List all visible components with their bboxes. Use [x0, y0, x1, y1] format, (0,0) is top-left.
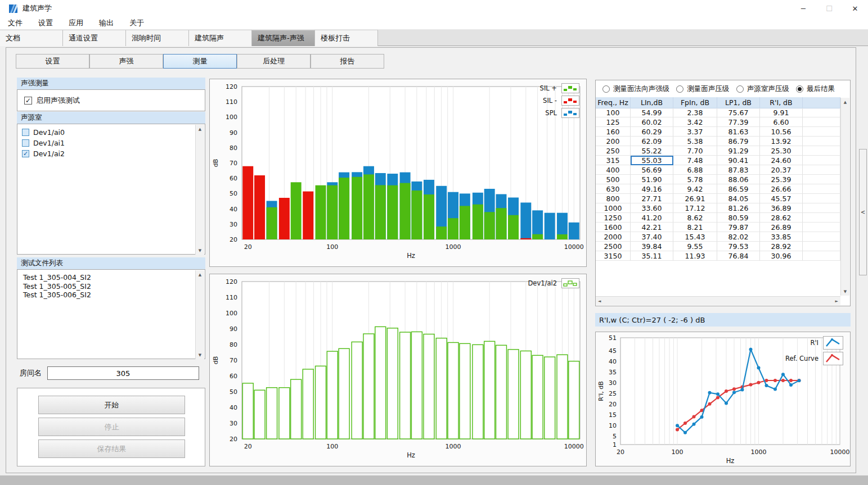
table-cell[interactable]: 49.16 [631, 184, 673, 194]
table-cell[interactable]: 35.11 [631, 251, 673, 261]
table-cell[interactable] [803, 184, 840, 194]
table-cell[interactable]: 33.60 [631, 203, 673, 213]
table-cell[interactable]: 26.66 [760, 184, 803, 194]
table-cell[interactable]: 400 [596, 165, 631, 175]
table-cell[interactable]: 5.78 [673, 175, 717, 184]
table-cell[interactable]: 6.88 [673, 165, 717, 175]
table-cell[interactable]: 80.59 [717, 213, 760, 223]
table-cell[interactable]: 91.29 [717, 146, 760, 156]
table-cell[interactable]: 3.37 [673, 127, 717, 137]
sub-tab-测量[interactable]: 测量 [163, 54, 237, 69]
table-cell[interactable]: 90.41 [717, 156, 760, 165]
table-cell[interactable]: 160 [596, 127, 631, 137]
table-cell[interactable]: 125 [596, 117, 631, 127]
table-cell[interactable]: 28.92 [760, 242, 803, 251]
table-cell[interactable] [803, 137, 840, 146]
table-cell[interactable]: 25.30 [760, 146, 803, 156]
table-cell[interactable]: 28.62 [760, 213, 803, 223]
table-cell[interactable]: 79.87 [717, 223, 760, 232]
table-cell[interactable]: 200 [596, 137, 631, 146]
table-cell[interactable]: 20.37 [760, 165, 803, 175]
table-cell[interactable] [803, 156, 840, 165]
menu-item-输出[interactable]: 输出 [91, 17, 122, 30]
table-vertical-scrollbar[interactable]: ▲ ▼ [840, 98, 849, 296]
sub-tab-声强[interactable]: 声强 [89, 54, 163, 69]
stop-button[interactable]: 停止 [38, 418, 185, 436]
table-header-cell[interactable] [803, 97, 840, 108]
table-cell[interactable]: 26.89 [760, 223, 803, 232]
table-cell[interactable]: 9.42 [673, 184, 717, 194]
table-cell[interactable] [803, 108, 840, 117]
table-cell[interactable]: 25.39 [760, 175, 803, 184]
table-horizontal-scrollbar[interactable]: ◄ ► [596, 296, 840, 305]
panel-collapse-handle[interactable]: < [859, 149, 867, 275]
radio-声源室声压级[interactable]: 声源室声压级 [736, 84, 789, 94]
table-cell[interactable]: 82.02 [717, 232, 760, 242]
table-cell[interactable]: 2000 [596, 232, 631, 242]
main-tab-通道设置[interactable]: 通道设置 [63, 30, 126, 46]
scroll-up-icon[interactable]: ▲ [196, 125, 204, 133]
channel-item-Dev1/ai2[interactable]: ✓Dev1/ai2 [17, 148, 195, 159]
menu-item-设置[interactable]: 设置 [30, 17, 61, 30]
table-cell[interactable]: 26.91 [673, 194, 717, 203]
maximize-button[interactable]: ☐ [816, 0, 842, 17]
table-cell[interactable]: 60.29 [631, 127, 673, 137]
table-header-cell[interactable]: Freq., Hz [596, 97, 631, 108]
sub-tab-报告[interactable]: 报告 [311, 54, 384, 69]
table-cell[interactable]: 630 [596, 184, 631, 194]
radio-测量面法向声强级[interactable]: 测量面法向声强级 [602, 84, 669, 94]
test-file-item[interactable]: Test 1_305-006_SI2 [17, 291, 195, 300]
table-cell[interactable]: 8.62 [673, 213, 717, 223]
sub-tab-后处理[interactable]: 后处理 [237, 54, 311, 69]
table-cell[interactable]: 54.99 [631, 108, 673, 117]
table-cell[interactable]: 86.59 [717, 184, 760, 194]
radio-最后结果[interactable]: 最后结果 [796, 84, 835, 94]
table-cell[interactable]: 15.43 [673, 232, 717, 242]
table-cell[interactable]: 36.89 [760, 203, 803, 213]
test-file-scrollbar[interactable]: ▲ ▼ [195, 270, 204, 359]
main-tab-文档[interactable]: 文档 [0, 30, 63, 46]
channel-list-scrollbar[interactable]: ▲ ▼ [195, 125, 204, 255]
menu-item-应用[interactable]: 应用 [61, 17, 91, 30]
table-cell[interactable]: 86.79 [717, 137, 760, 146]
room-name-input[interactable] [47, 366, 199, 380]
table-cell[interactable]: 17.12 [673, 203, 717, 213]
start-button[interactable]: 开始 [38, 396, 185, 414]
save-result-button[interactable]: 保存结果 [38, 439, 185, 458]
table-header-cell[interactable]: R'I, dB [760, 97, 803, 108]
table-cell[interactable]: 62.09 [631, 137, 673, 146]
table-cell[interactable]: 1250 [596, 213, 631, 223]
table-cell[interactable]: 8.21 [673, 223, 717, 232]
table-cell[interactable]: 55.03 [631, 156, 673, 165]
table-cell[interactable]: 2.38 [673, 108, 717, 117]
table-cell[interactable]: 10.56 [760, 127, 803, 137]
table-cell[interactable]: 60.02 [631, 117, 673, 127]
main-tab-建筑隔声[interactable]: 建筑隔声 [189, 30, 252, 46]
scroll-down-icon[interactable]: ▼ [196, 246, 204, 255]
table-cell[interactable]: 500 [596, 175, 631, 184]
table-cell[interactable]: 1000 [596, 203, 631, 213]
scroll-up-icon[interactable]: ▲ [841, 98, 849, 106]
main-tab-混响时间[interactable]: 混响时间 [126, 30, 189, 46]
table-cell[interactable]: 3150 [596, 251, 631, 261]
table-cell[interactable]: 1600 [596, 223, 631, 232]
table-cell[interactable]: 87.83 [717, 165, 760, 175]
table-cell[interactable]: 30.96 [760, 251, 803, 261]
table-cell[interactable]: 9.55 [673, 242, 717, 251]
table-cell[interactable] [803, 251, 840, 261]
table-cell[interactable] [803, 223, 840, 232]
table-cell[interactable]: 33.85 [760, 232, 803, 242]
menu-item-文件[interactable]: 文件 [0, 17, 30, 30]
table-cell[interactable]: 42.21 [631, 223, 673, 232]
table-cell[interactable]: 11.93 [673, 251, 717, 261]
menu-item-关于[interactable]: 关于 [122, 17, 152, 30]
table-cell[interactable]: 88.06 [717, 175, 760, 184]
scroll-down-icon[interactable]: ▼ [196, 351, 204, 359]
table-cell[interactable]: 100 [596, 108, 631, 117]
table-cell[interactable]: 2500 [596, 242, 631, 251]
scroll-right-icon[interactable]: ► [835, 299, 838, 303]
table-cell[interactable]: 250 [596, 146, 631, 156]
table-header-cell[interactable]: LIn,dB [631, 97, 673, 108]
table-cell[interactable] [803, 165, 840, 175]
table-header-cell[interactable]: FpIn, dB [673, 97, 717, 108]
